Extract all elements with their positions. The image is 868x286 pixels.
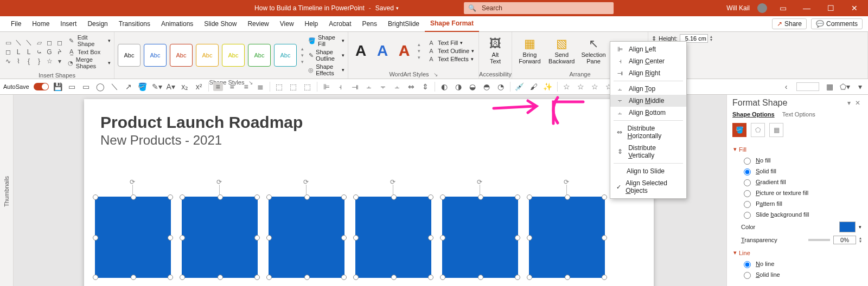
text-options-tab[interactable]: Text Options: [782, 111, 815, 118]
shape-fill-button[interactable]: 🪣Shape Fill▾: [308, 34, 344, 47]
tab-help[interactable]: Help: [299, 16, 324, 31]
shape-outline-button[interactable]: ✎Shape Outline▾: [308, 49, 344, 62]
align-obj-center-icon[interactable]: ⫞: [336, 82, 346, 91]
align-bottom-item[interactable]: ⫠Align Bottom: [610, 107, 686, 119]
comments-button[interactable]: 💬Comments: [811, 18, 863, 29]
star3-icon[interactable]: ☆: [590, 82, 600, 91]
saved-status[interactable]: Saved▾: [375, 4, 399, 12]
font-color-icon[interactable]: A▾: [166, 82, 176, 91]
gradient-fill-radio[interactable]: Gradient fill: [733, 177, 861, 187]
rect-icon[interactable]: ▭: [81, 82, 91, 91]
gallery-scroll[interactable]: ▴▾▾: [300, 46, 305, 64]
align-obj-left-icon[interactable]: ⊫: [322, 82, 331, 91]
search-box[interactable]: 🔍: [464, 2, 614, 14]
tab-file[interactable]: File: [5, 16, 27, 31]
pane-close-icon[interactable]: ✕: [853, 99, 863, 107]
fill-section-toggle[interactable]: ▾ Fill: [733, 146, 861, 153]
fill-color-picker[interactable]: [839, 222, 856, 232]
shape-rect[interactable]: ⟳: [182, 197, 258, 278]
solid-line-radio[interactable]: Solid line: [733, 269, 861, 280]
alt-text-button[interactable]: 🖼Alt Text: [482, 37, 508, 64]
close-icon[interactable]: ✕: [846, 4, 863, 12]
rotate-handle-icon[interactable]: ⟳: [216, 178, 222, 186]
align-selected-item[interactable]: ✓Align Selected Objects: [610, 177, 686, 197]
fill-line-icon[interactable]: 🪣: [732, 123, 746, 137]
align-right-item[interactable]: ⫣Align Right: [610, 67, 686, 79]
transparency-slider[interactable]: [808, 239, 830, 241]
fill-icon[interactable]: 🪣: [138, 82, 148, 91]
align-middle-item[interactable]: ⫟Align Middle: [610, 95, 686, 107]
align-to-slide-item[interactable]: Align to Slide: [610, 165, 686, 177]
oval-icon[interactable]: ◯: [95, 82, 105, 91]
slide-title[interactable]: Product Launch Roadmap: [100, 113, 654, 132]
ribbon-display-icon[interactable]: ▭: [775, 4, 791, 12]
group-icon[interactable]: ⬚: [275, 82, 284, 91]
tab-view[interactable]: View: [275, 16, 299, 31]
shape-options-tab[interactable]: Shape Options: [732, 111, 775, 118]
edit-shape-button[interactable]: ✎Edit Shape▾: [68, 34, 111, 47]
shape-rect[interactable]: ⟳: [529, 197, 605, 278]
minimize-icon[interactable]: —: [799, 4, 815, 12]
line-section-toggle[interactable]: ▾ Line: [733, 249, 861, 256]
regroup-icon[interactable]: ⬚: [303, 82, 312, 91]
align-left-item[interactable]: ⊫Align Left: [610, 43, 686, 55]
no-fill-radio[interactable]: No fill: [733, 155, 861, 166]
shapes-gallery[interactable]: ▭＼＼▱◻◻ ◻LL⤿Gᔨ ∿⌇{}☆▾: [3, 38, 65, 66]
tab-pens[interactable]: Pens: [357, 16, 382, 31]
tab-transitions[interactable]: Transitions: [113, 16, 156, 31]
align-center-icon[interactable]: ≡: [227, 82, 237, 91]
merge-shapes-button[interactable]: ◔Merge Shapes▾: [68, 56, 111, 69]
intersect-icon[interactable]: ◓: [482, 82, 492, 91]
rotate-handle-icon[interactable]: ⟳: [390, 178, 395, 186]
text-fill-button[interactable]: AText Fill▾: [427, 40, 474, 46]
rotate-handle-icon[interactable]: ⟳: [130, 178, 135, 186]
pane-menu-icon[interactable]: ▾: [845, 99, 853, 107]
autosave-toggle[interactable]: [34, 83, 49, 90]
rotate-handle-icon[interactable]: ⟳: [477, 178, 482, 186]
misc2-icon[interactable]: ⬠▾: [840, 82, 850, 91]
outline-color-icon[interactable]: ✎▾: [152, 82, 162, 91]
subtract-icon[interactable]: ◔: [496, 82, 506, 91]
misc1-icon[interactable]: ▦: [825, 82, 834, 91]
chevron-left-icon[interactable]: ‹: [781, 82, 791, 91]
align-obj-top-icon[interactable]: ⫠: [364, 82, 374, 91]
collapse-ribbon-icon[interactable]: ▾: [855, 82, 865, 91]
fragment-icon[interactable]: ◒: [468, 82, 477, 91]
eyedropper-icon[interactable]: 💉: [515, 82, 525, 91]
effects-pane-icon[interactable]: ⬠: [751, 123, 765, 137]
format-painter-icon[interactable]: 🖌: [529, 82, 539, 91]
rotate-handle-icon[interactable]: ⟳: [564, 178, 569, 186]
text-box-button[interactable]: A̲Text Box: [68, 48, 111, 55]
maximize-icon[interactable]: ☐: [822, 4, 839, 12]
wordart-gallery[interactable]: AAA ▴▾▾: [352, 42, 424, 60]
align-left-icon[interactable]: ≡: [213, 82, 223, 91]
anim-painter-icon[interactable]: ✨: [543, 82, 553, 91]
tab-shape-format[interactable]: Shape Format: [425, 16, 479, 32]
distribute-v-item[interactable]: ⇕Distribute Vertically: [610, 142, 686, 161]
align-obj-middle-icon[interactable]: ⫟: [378, 82, 388, 91]
text-outline-button[interactable]: AText Outline▾: [427, 48, 474, 54]
subscript-icon[interactable]: x₂: [180, 82, 190, 91]
transparency-value[interactable]: 0%: [833, 236, 856, 244]
save-icon[interactable]: 💾: [53, 82, 63, 91]
align-top-item[interactable]: ⫠Align Top: [610, 83, 686, 95]
bring-forward-button[interactable]: ▦Bring Forward: [515, 37, 544, 64]
shape-styles-gallery[interactable]: Abc Abc Abc Abc Abc Abc Abc ▴▾▾: [118, 44, 305, 67]
dist-h-icon[interactable]: ⇔: [406, 82, 416, 91]
arrow-icon[interactable]: ↗: [124, 82, 133, 91]
size-props-icon[interactable]: ▦: [769, 123, 783, 137]
shape-rect[interactable]: ⟳: [442, 197, 518, 278]
tab-acrobat[interactable]: Acrobat: [323, 16, 356, 31]
tab-animations[interactable]: Animations: [156, 16, 199, 31]
slide-bg-fill-radio[interactable]: Slide background fill: [733, 209, 861, 220]
line-icon[interactable]: ＼: [110, 82, 119, 92]
align-obj-bottom-icon[interactable]: ⫠: [392, 82, 402, 91]
align-obj-right-icon[interactable]: ⫣: [350, 82, 360, 91]
no-line-radio[interactable]: No line: [733, 258, 861, 269]
tab-slide-show[interactable]: Slide Show: [199, 16, 242, 31]
ungroup-icon[interactable]: ⬚: [289, 82, 298, 91]
tab-brightslide[interactable]: BrightSlide: [382, 16, 425, 31]
shape-rect[interactable]: ⟳: [355, 197, 431, 278]
slide-subtitle[interactable]: New Products - 2021: [100, 133, 654, 148]
star2-icon[interactable]: ☆: [576, 82, 586, 91]
